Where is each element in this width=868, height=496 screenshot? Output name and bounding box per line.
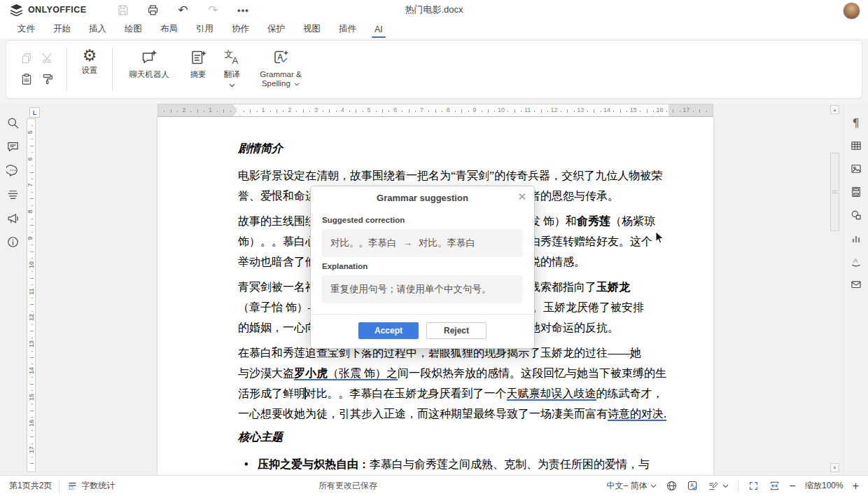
chart-settings-button[interactable] (848, 230, 864, 246)
mail-merge-button[interactable] (848, 277, 864, 292)
tab-AI[interactable]: AI (374, 20, 383, 39)
track-changes-button[interactable] (708, 480, 729, 492)
spellcheck-button[interactable]: A (687, 480, 699, 492)
hanging-indent-marker[interactable] (232, 111, 241, 116)
sidebar-feedback-button[interactable] (5, 210, 22, 226)
grammar-spelling-button[interactable]: A Grammar & Spelling (248, 41, 313, 98)
chatbot-icon (140, 48, 159, 67)
toolbar-zone: ⚙ 设置 聊天机器人 摘要 文 (0, 39, 868, 104)
v-ruler-number: 9 (27, 237, 34, 240)
tab-文件[interactable]: 文件 (18, 20, 35, 39)
first-line-indent-marker[interactable] (232, 104, 241, 109)
shape-settings-button[interactable] (848, 207, 864, 223)
grammar-spelling-label: Grammar & Spelling (260, 70, 301, 88)
vertical-scrollbar[interactable]: ▲ ▼ (830, 104, 840, 475)
tab-插入[interactable]: 插入 (89, 20, 106, 39)
explanation-box: 重复使用句号；请使用单个中文句号。 (322, 275, 523, 303)
app-logo: ONLYOFFICE (0, 4, 86, 16)
copy-button[interactable] (20, 51, 34, 65)
h-ruler-number: 6 (393, 106, 397, 113)
page-indicator[interactable]: 第1页共2页 (9, 480, 52, 492)
cut-button[interactable] (41, 51, 55, 65)
menu-bar: 文件开始插入绘图布局引用协作保护视图插件AI 编辑 (0, 20, 868, 39)
v-ruler-number: 14 (28, 367, 35, 374)
zoom-out-button[interactable]: − (790, 481, 796, 492)
v-ruler-number: 13 (28, 340, 35, 347)
correction-result-suffix: 李慕白 (447, 237, 476, 248)
paste-button[interactable] (20, 72, 34, 86)
image-settings-button[interactable] (848, 161, 864, 177)
sidebar-search-button[interactable] (5, 115, 22, 130)
v-ruler-number: 16 (28, 420, 35, 427)
tab-协作[interactable]: 协作 (232, 20, 249, 39)
tab-保护[interactable]: 保护 (267, 20, 285, 39)
paragraph-settings-button[interactable]: ¶ (848, 115, 864, 130)
h-ruler-number: 2 (288, 106, 291, 113)
gear-icon: ⚙ (83, 48, 97, 62)
v-ruler[interactable]: 567891011121314151617 (27, 118, 36, 472)
h-ruler-number: 17 (682, 106, 690, 113)
translate-button[interactable]: 文 A 翻译 (215, 41, 248, 98)
fit-page-icon (748, 480, 760, 492)
svg-text:A: A (277, 53, 283, 61)
v-ruler-number: 12 (28, 314, 35, 321)
tab-视图[interactable]: 视图 (303, 20, 321, 39)
accept-button[interactable]: Accept (358, 322, 419, 339)
h-ruler-number: 14 (603, 106, 610, 113)
scroll-down-button[interactable]: ▼ (830, 463, 839, 472)
tab-开始[interactable]: 开始 (53, 20, 71, 39)
h-ruler-number: 13 (577, 106, 584, 113)
more-actions-button[interactable]: ••• (236, 3, 250, 17)
tab-引用[interactable]: 引用 (196, 20, 214, 39)
onlyoffice-window: ONLYOFFICE ↶ ↷ ••• 热门电影.docx 文件开始插入绘图布局引… (0, 0, 868, 496)
bullet-marker: • (244, 454, 248, 474)
tab-插件[interactable]: 插件 (339, 20, 356, 39)
table-settings-button[interactable] (848, 138, 864, 153)
close-icon[interactable]: ✕ (517, 191, 526, 202)
h-ruler-number: 8 (447, 106, 450, 113)
track-changes-icon (708, 480, 720, 492)
fit-width-button[interactable] (769, 480, 780, 492)
tab-绘图[interactable]: 绘图 (125, 20, 142, 39)
v-ruler-number: 10 (28, 261, 35, 268)
v-ruler-number: 7 (27, 184, 34, 187)
chevron-down-icon (294, 83, 300, 86)
zoom-level[interactable]: 缩放100% (805, 480, 844, 492)
h-ruler[interactable]: 211234567891011121314151617 (158, 104, 713, 117)
summarize-button[interactable]: 摘要 (181, 41, 215, 98)
ai-toolbar-panel: ⚙ 设置 聊天机器人 摘要 文 (6, 40, 862, 99)
undo-button[interactable]: ↶ (176, 3, 190, 17)
chatbot-label: 聊天机器人 (129, 70, 169, 79)
tab-布局[interactable]: 布局 (160, 20, 178, 39)
doc-paragraph: 在慕白和秀莲追查宝剑下落的过程中，碧眼狐狸的现身揭示了玉娇龙的过往——她与沙漠大… (238, 343, 665, 424)
correction-original: 对比。。李慕白 (330, 237, 397, 248)
menu-tabs: 文件开始插入绘图布局引用协作保护视图插件AI (0, 20, 383, 39)
scroll-up-button[interactable]: ▲ (830, 105, 839, 114)
status-bar: 第1页共2页 12- 字数统计 所有更改已保存 中文– 简体 A (0, 475, 868, 496)
header-footer-settings-button[interactable] (848, 184, 864, 200)
document-language-button[interactable] (666, 480, 678, 492)
h-ruler-number: 11 (524, 106, 531, 113)
zoom-in-button[interactable]: + (853, 481, 859, 492)
save-button[interactable] (115, 3, 130, 17)
sidebar-chat-button[interactable] (5, 163, 22, 178)
fit-page-button[interactable] (748, 480, 760, 492)
user-avatar[interactable] (843, 2, 860, 20)
sidebar-navigation-button[interactable] (5, 186, 22, 202)
reject-button[interactable]: Reject (426, 322, 486, 339)
tab-stop-selector[interactable]: L (29, 107, 40, 118)
sidebar-about-button[interactable] (5, 234, 22, 249)
doc-heading: 核心主题 (238, 429, 665, 445)
language-selector[interactable]: 中文– 简体 (607, 480, 657, 492)
chatbot-button[interactable]: 聊天机器人 (117, 41, 181, 98)
redo-button[interactable]: ↷ (206, 3, 220, 17)
print-button[interactable] (146, 3, 160, 17)
h-ruler-number: 3 (314, 106, 318, 113)
ai-settings-button[interactable]: ⚙ 设置 (71, 41, 108, 98)
format-painter-button[interactable] (41, 72, 55, 86)
scrollbar-thumb[interactable] (830, 153, 839, 231)
sidebar-comments-button[interactable] (5, 139, 22, 154)
left-sidebar (0, 104, 26, 475)
word-count-button[interactable]: 12- 字数统计 (66, 480, 115, 492)
text-art-settings-button[interactable]: A (848, 254, 864, 269)
